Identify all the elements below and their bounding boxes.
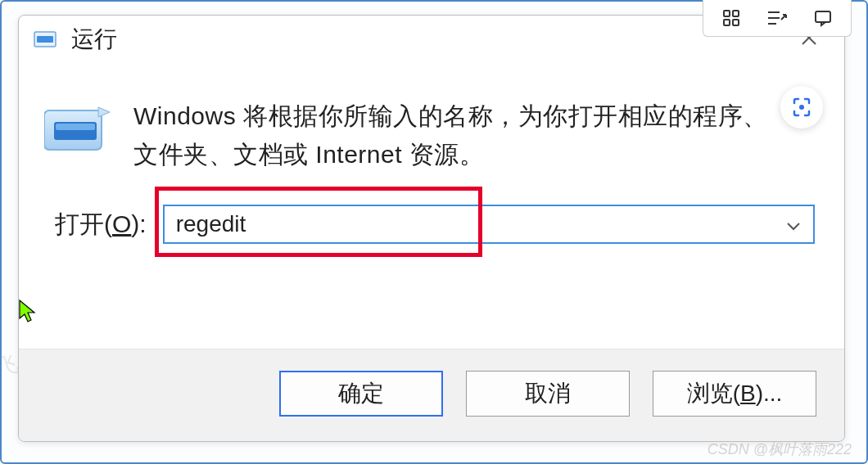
content-row: Windows 将根据你所输入的名称，为你打开相应的程序、文件夹、文档或 Int…: [19, 60, 844, 182]
open-combobox[interactable]: regedit: [163, 205, 815, 244]
run-big-icon: [42, 97, 114, 161]
scan-button[interactable]: [780, 86, 823, 128]
dialog-title: 运行: [71, 24, 117, 55]
browse-button[interactable]: 浏览(B)...: [653, 371, 816, 417]
arrow-list-icon[interactable]: [766, 7, 789, 29]
svg-point-12: [799, 105, 804, 110]
cursor-icon: [18, 299, 38, 323]
svg-rect-14: [56, 124, 95, 130]
run-title-icon: [32, 28, 60, 51]
svg-rect-3: [733, 20, 739, 25]
button-bar: 确定 取消 浏览(B)...: [19, 349, 844, 441]
comment-icon[interactable]: [811, 7, 834, 29]
svg-rect-0: [724, 11, 730, 16]
svg-rect-7: [816, 11, 830, 22]
grid-icon[interactable]: [720, 7, 743, 29]
input-row: 打开(O): regedit: [19, 182, 844, 267]
svg-rect-2: [724, 20, 730, 25]
feishu-toolbar: [703, 0, 852, 37]
open-input-value: regedit: [176, 211, 246, 237]
svg-rect-9: [37, 36, 53, 43]
svg-rect-1: [733, 11, 739, 16]
ok-button[interactable]: 确定: [279, 371, 443, 417]
chevron-down-icon[interactable]: [785, 211, 802, 237]
open-label: 打开(O):: [55, 208, 147, 241]
cancel-button[interactable]: 取消: [466, 371, 630, 417]
csdn-credit: CSDN @枫叶落雨222: [708, 439, 852, 459]
run-dialog: 运行 Windows 将根据你所输入的名称，为你打开相应的程序、文件夹、文档或 …: [18, 15, 845, 442]
dialog-description: Windows 将根据你所输入的名称，为你打开相应的程序、文件夹、文档或 Int…: [133, 97, 815, 173]
